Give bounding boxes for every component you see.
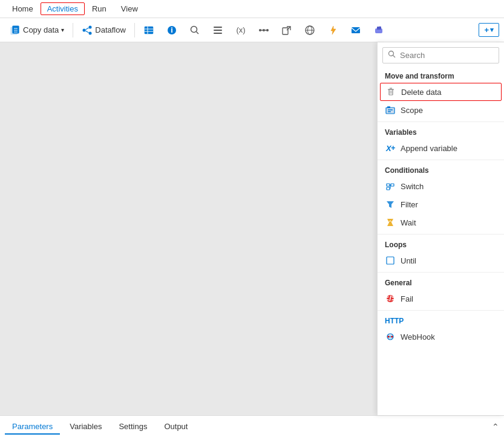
nav-view[interactable]: View	[114, 2, 145, 16]
until-label: Until	[401, 256, 416, 265]
external-icon	[281, 25, 292, 36]
toolbar-separator-1	[73, 23, 73, 37]
append-icon: X +	[385, 143, 396, 154]
icon-btn-5[interactable]: (x)	[231, 23, 251, 37]
main-area: Move and transform Delete data	[0, 42, 504, 415]
svg-point-22	[259, 29, 261, 31]
icon-btn-1[interactable]	[139, 23, 159, 37]
dataflow-label: Dataflow	[95, 25, 126, 34]
icon-btn-3[interactable]	[185, 23, 205, 37]
tab-variables[interactable]: Variables	[62, 418, 109, 435]
formula-icon: (x)	[235, 25, 246, 36]
toolbar: Copy data ▾ Dataflow	[0, 18, 504, 42]
delete-icon	[385, 86, 396, 97]
divider-4	[378, 272, 504, 273]
icon-btn-6[interactable]	[254, 23, 274, 37]
divider-5	[378, 310, 504, 311]
svg-text:+: +	[391, 143, 395, 152]
svg-rect-39	[389, 89, 393, 95]
info-icon: i	[166, 25, 177, 36]
svg-line-38	[393, 56, 396, 58]
svg-rect-47	[388, 111, 391, 112]
menu-item-switch[interactable]: Switch	[378, 177, 504, 195]
collapse-icon[interactable]: ⌃	[492, 422, 499, 432]
svg-line-28	[287, 27, 290, 30]
search-icon	[388, 50, 396, 60]
add-button-chevron: ▾	[490, 26, 494, 34]
webhook-icon	[385, 331, 396, 342]
svg-rect-45	[387, 106, 390, 108]
fail-icon: </>	[385, 293, 396, 304]
scope-label: Scope	[401, 106, 423, 115]
copy-data-button[interactable]: Copy data ▾	[5, 23, 69, 37]
nav-home[interactable]: Home	[5, 2, 41, 16]
globe-icon	[304, 25, 315, 36]
svg-point-37	[389, 51, 394, 56]
copy-data-chevron: ▾	[61, 27, 64, 33]
tab-settings[interactable]: Settings	[111, 418, 154, 435]
svg-text:</>: </>	[385, 294, 395, 303]
section-variables: Variables	[378, 125, 504, 139]
until-icon	[385, 255, 396, 266]
icon-btn-2[interactable]: i	[162, 23, 182, 37]
divider-1	[378, 121, 504, 122]
svg-marker-57	[387, 219, 393, 226]
svg-point-24	[266, 29, 269, 31]
tab-parameters[interactable]: Parameters	[5, 418, 60, 435]
section-http: HTTP	[378, 313, 504, 328]
section-general: General	[378, 275, 504, 290]
svg-rect-52	[387, 187, 390, 190]
dataflow-button[interactable]: Dataflow	[77, 23, 131, 37]
toolbar-separator-2	[134, 23, 135, 37]
icon-btn-11[interactable]	[368, 23, 389, 37]
outlook-icon	[350, 25, 361, 36]
menu-item-until[interactable]: Until	[378, 251, 504, 270]
icon-btn-4[interactable]	[208, 23, 228, 37]
search-input[interactable]	[400, 51, 494, 60]
filter-label: Filter	[401, 200, 418, 209]
copy-data-label: Copy data	[23, 25, 59, 34]
search-box	[382, 47, 499, 63]
nav-run[interactable]: Run	[85, 2, 114, 16]
section-loops: Loops	[378, 237, 504, 251]
add-button[interactable]: + ▾	[479, 23, 499, 37]
svg-rect-51	[391, 184, 394, 186]
webhook-label: WebHook	[401, 332, 435, 342]
icon-btn-10[interactable]	[345, 23, 366, 37]
svg-rect-60	[387, 257, 394, 264]
svg-marker-56	[387, 201, 394, 208]
svg-point-23	[263, 29, 265, 31]
menu-item-delete-data[interactable]: Delete data	[380, 83, 502, 101]
list-icon	[212, 25, 223, 36]
svg-point-5	[83, 28, 86, 31]
menu-item-fail[interactable]: </> Fail	[378, 290, 504, 308]
divider-3	[378, 234, 504, 235]
menu-item-append-variable[interactable]: X + Append variable	[378, 139, 504, 157]
delete-data-label: Delete data	[401, 88, 442, 97]
filter-icon	[385, 199, 396, 210]
nav-activities[interactable]: Activities	[41, 2, 85, 15]
pipeline-icon	[258, 25, 269, 36]
dataflow-icon	[82, 25, 93, 36]
fail-label: Fail	[401, 294, 413, 303]
svg-marker-32	[331, 26, 336, 34]
icon-btn-8[interactable]	[299, 23, 320, 37]
svg-point-16	[191, 26, 197, 32]
switch-label: Switch	[401, 182, 424, 191]
tab-output[interactable]: Output	[157, 418, 195, 435]
svg-rect-20	[214, 33, 222, 34]
menu-item-wait[interactable]: Wait	[378, 213, 504, 231]
activities-panel: Move and transform Delete data	[377, 42, 504, 415]
svg-point-66	[391, 336, 393, 338]
menu-item-filter[interactable]: Filter	[378, 195, 504, 213]
menu-item-scope[interactable]: Scope	[378, 101, 504, 119]
menu-item-webhook[interactable]: WebHook	[378, 328, 504, 346]
icon-btn-9[interactable]	[322, 23, 343, 37]
svg-point-65	[388, 336, 390, 338]
divider-2	[378, 160, 504, 160]
svg-point-7	[89, 31, 92, 34]
switch-icon	[385, 181, 396, 192]
svg-rect-18	[214, 27, 222, 28]
copy-data-icon	[10, 25, 21, 36]
icon-btn-7[interactable]	[277, 23, 297, 37]
